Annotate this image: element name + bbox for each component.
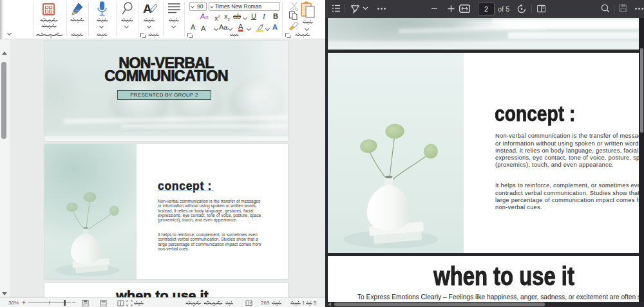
svg-text:A: A	[143, 2, 152, 15]
